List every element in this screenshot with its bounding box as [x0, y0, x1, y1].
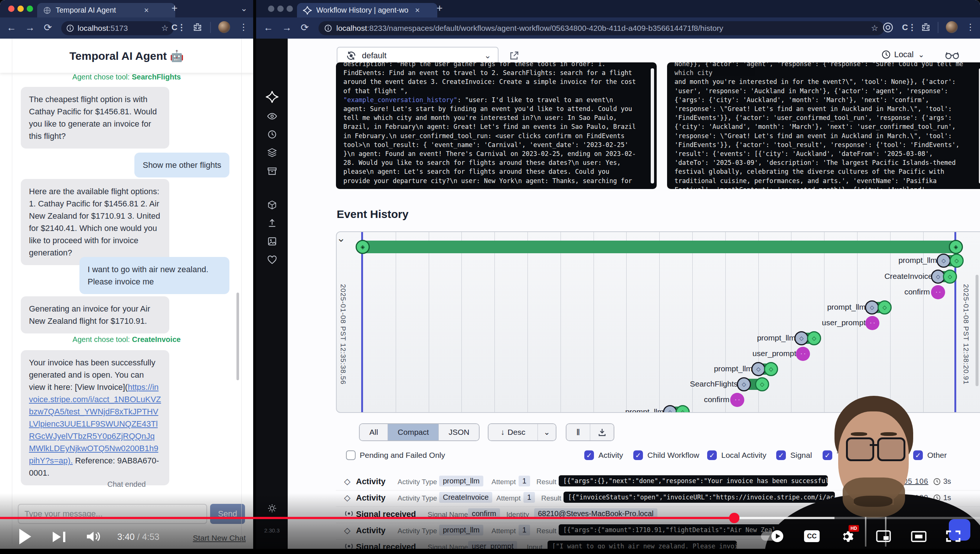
eye-icon[interactable]	[267, 111, 277, 123]
tab-workflow-history[interactable]: Workflow History | agent-wor ×	[297, 3, 437, 18]
filter-checkbox-local-activity[interactable]: ✓	[707, 451, 717, 460]
site-info-icon[interactable]	[67, 24, 74, 32]
activity-completed-node[interactable]: ◇	[950, 254, 964, 268]
view-tab-compact[interactable]: Compact	[388, 424, 439, 440]
volume-icon[interactable]	[86, 530, 102, 544]
reload-button[interactable]: ⟳	[44, 22, 52, 33]
signal-node[interactable]: ᛫᛫	[931, 285, 945, 299]
sun-icon[interactable]	[267, 503, 277, 515]
activity-completed-node[interactable]: ◇	[807, 331, 821, 345]
view-tab-json[interactable]: JSON	[439, 424, 479, 440]
signal-node[interactable]: ᛫᛫	[796, 347, 810, 361]
clock-icon[interactable]	[267, 130, 277, 141]
activity-scheduled-node[interactable]: ◇	[737, 377, 751, 392]
tab-temporal-ai-agent[interactable]: Temporal AI Agent ×	[37, 3, 175, 18]
bookmark-star-icon[interactable]: ☆	[871, 23, 878, 33]
workflow-result-json-panel[interactable]: None}}, {'actor': 'agent', 'response': {…	[667, 62, 980, 189]
chat-scrollbar[interactable]	[237, 293, 239, 380]
zoom-window-button-inactive[interactable]	[286, 6, 293, 12]
sort-chevron-button[interactable]: ⌄	[538, 424, 556, 440]
workflow-input-json-panel[interactable]: description": "Help the user gather args…	[336, 62, 657, 189]
forward-button[interactable]: →	[282, 22, 292, 33]
filter-checkbox-signal[interactable]: ✓	[776, 451, 786, 460]
reload-button[interactable]: ⟳	[301, 22, 309, 33]
layers-icon[interactable]	[267, 148, 277, 159]
signal-node[interactable]: ᛫᛫	[865, 316, 880, 330]
onepassword-icon[interactable]	[883, 22, 893, 34]
start-new-chat-link[interactable]: Start New Chat	[193, 533, 246, 543]
cube-icon[interactable]	[267, 200, 277, 211]
next-button[interactable]	[52, 531, 67, 544]
address-bar[interactable]: localhost:5173 ☆	[61, 21, 174, 35]
pause-button[interactable]: ‖	[566, 424, 590, 440]
filter-checkbox-other[interactable]: ✓	[913, 451, 923, 460]
captions-button[interactable]: CC	[804, 530, 819, 542]
extensions-puzzle-icon[interactable]	[193, 23, 202, 33]
sort-desc-button[interactable]: ↓Desc	[488, 424, 538, 440]
progress-bar-buffered[interactable]	[734, 517, 835, 519]
back-button[interactable]: ←	[264, 22, 273, 33]
row-event-ids[interactable]: 105 1063s	[899, 477, 951, 486]
activity-completed-node[interactable]: ◇	[943, 269, 957, 284]
message-input[interactable]: Type your message...	[18, 504, 207, 524]
send-button[interactable]: Send	[210, 504, 245, 524]
namespace-select[interactable]: default ⌄	[337, 47, 498, 65]
activity-scheduled-node[interactable]: ◇	[937, 254, 951, 268]
page-scrollbar[interactable]	[975, 275, 978, 386]
filter-checkbox-child-workflow[interactable]: ✓	[633, 451, 643, 460]
json-panel-scrollbar[interactable]	[651, 68, 654, 183]
bookmark-star-icon[interactable]: ☆	[161, 23, 169, 33]
close-window-button[interactable]	[8, 6, 14, 12]
workflow-end-node[interactable]: ◈	[949, 240, 963, 254]
minimize-window-button[interactable]	[18, 6, 24, 12]
autoplay-toggle[interactable]	[761, 532, 783, 541]
minimize-window-button-inactive[interactable]	[277, 6, 283, 12]
upload-icon[interactable]	[267, 218, 277, 229]
back-button[interactable]: ←	[7, 22, 16, 33]
close-window-button-inactive[interactable]	[268, 6, 274, 12]
filter-checkbox-activity[interactable]: ✓	[584, 451, 594, 460]
filter-checkbox-timer[interactable]: ✓	[822, 451, 832, 460]
progress-scrubber[interactable]	[729, 513, 740, 523]
new-tab-button[interactable]: +	[172, 2, 177, 14]
address-bar[interactable]: localhost:8233/namespaces/default/workfl…	[318, 21, 884, 35]
activity-completed-node[interactable]: ◇	[755, 377, 769, 392]
extensions-puzzle-icon[interactable]	[921, 23, 930, 33]
activity-scheduled-node[interactable]: ◇	[865, 300, 879, 315]
timeline-panel[interactable]: ⌄◈◈prompt_llm◇◇CreateInvoice◇◇confirm᛫᛫p…	[336, 231, 980, 413]
invoice-link[interactable]: https://invoice.stripe.com/i/acct_1NBOLu…	[29, 382, 161, 465]
miniplayer-button[interactable]	[876, 530, 891, 544]
tab-close-icon[interactable]: ×	[415, 6, 420, 15]
tab-close-icon[interactable]: ×	[144, 6, 149, 15]
view-tab-all[interactable]: All	[360, 424, 388, 440]
progress-bar-played[interactable]	[0, 517, 734, 519]
forward-button[interactable]: →	[25, 22, 35, 33]
timezone-select[interactable]: Local ⌄	[881, 50, 924, 59]
heart-icon[interactable]	[267, 255, 277, 266]
play-button[interactable]	[19, 529, 31, 544]
activity-completed-node[interactable]: ◇	[878, 300, 892, 315]
claude-extension-icon[interactable]: C⋮	[902, 23, 916, 32]
browser-menu-icon[interactable]: ⋮	[239, 22, 248, 32]
profile-avatar[interactable]	[946, 21, 958, 33]
labs-glasses-icon[interactable]	[945, 51, 959, 62]
archive-icon[interactable]	[267, 166, 277, 177]
zoom-window-button[interactable]	[27, 6, 33, 12]
tab-search-chevron-icon[interactable]: ⌄	[240, 4, 247, 13]
settings-gear-button[interactable]: HD	[840, 530, 854, 545]
signal-node[interactable]: ᛫᛫	[730, 393, 744, 407]
activity-scheduled-node[interactable]: ◇	[794, 331, 808, 345]
activity-completed-node[interactable]: ◇	[764, 362, 778, 376]
site-info-icon[interactable]	[325, 24, 332, 32]
new-tab-button[interactable]: +	[436, 2, 442, 14]
browser-menu-icon[interactable]: ⋮	[966, 22, 975, 32]
temporal-logo-icon[interactable]	[266, 91, 278, 105]
open-workflow-external-icon[interactable]	[509, 51, 519, 62]
profile-avatar[interactable]	[218, 21, 230, 33]
pending-failed-checkbox[interactable]	[346, 451, 356, 460]
fullscreen-button[interactable]	[946, 530, 961, 544]
image-icon[interactable]	[267, 237, 277, 248]
claude-extension-icon[interactable]: C⋮	[172, 23, 186, 32]
theater-mode-button[interactable]	[911, 531, 926, 544]
workflow-start-node[interactable]: ◈	[356, 240, 370, 254]
